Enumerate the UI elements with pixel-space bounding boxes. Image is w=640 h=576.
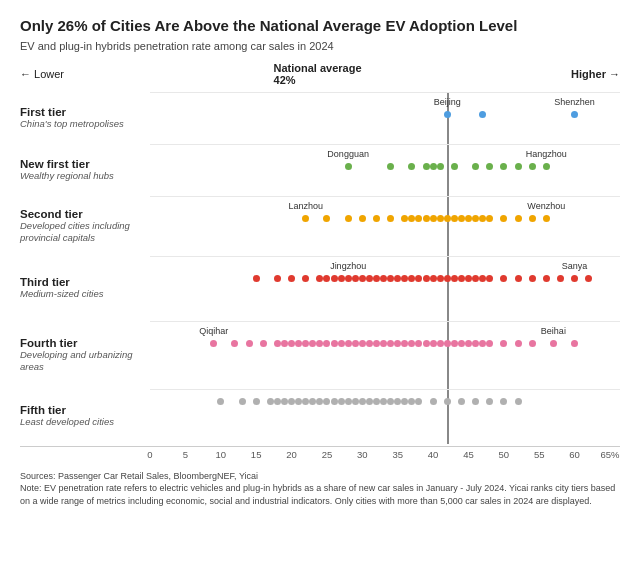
dot [472, 163, 479, 170]
direction-row: ← Lower National average 42% Higher → [20, 62, 620, 86]
dot [515, 398, 522, 405]
dot [557, 275, 564, 282]
dot [309, 398, 316, 405]
dot [515, 275, 522, 282]
dot [515, 163, 522, 170]
dot [345, 163, 352, 170]
dot [479, 215, 486, 222]
dot [345, 340, 352, 347]
city-label: Beijing [434, 97, 461, 107]
chart-wrapper: First tierChina's top metropolisesBeijin… [20, 92, 620, 444]
axis-tick: 15 [251, 449, 262, 460]
dot [288, 398, 295, 405]
dot [571, 340, 578, 347]
dot [444, 215, 451, 222]
dot [444, 111, 451, 118]
dot [331, 340, 338, 347]
dot [479, 111, 486, 118]
tier-label-5: Fifth tierLeast developed cities [20, 389, 150, 444]
dot [458, 340, 465, 347]
axis-tick: 10 [215, 449, 226, 460]
dot [359, 275, 366, 282]
axis-tick: 35 [392, 449, 403, 460]
city-label: Wenzhou [527, 201, 565, 211]
dot [345, 275, 352, 282]
dot [401, 398, 408, 405]
dot [465, 275, 472, 282]
city-label: Lanzhou [288, 201, 323, 211]
dot [345, 215, 352, 222]
city-label: Jingzhou [330, 261, 366, 271]
tier-3: Third tierMedium-sized citiesJingzhouSan… [20, 256, 620, 321]
dot [316, 398, 323, 405]
dot [281, 340, 288, 347]
tier-name: First tier [20, 106, 142, 118]
dot [253, 275, 260, 282]
dot [387, 163, 394, 170]
city-label: Shenzhen [554, 97, 595, 107]
tier-plot-4: QiqiharBeihai [150, 321, 620, 389]
dot [415, 275, 422, 282]
axis-tick: 20 [286, 449, 297, 460]
dot [260, 340, 267, 347]
dot [437, 163, 444, 170]
dot [529, 163, 536, 170]
dot [430, 340, 437, 347]
dot [380, 340, 387, 347]
sources-text: Sources: Passenger Car Retail Sales, Blo… [20, 470, 620, 508]
dot [472, 275, 479, 282]
tier-desc: China's top metropolises [20, 118, 142, 129]
dot [352, 275, 359, 282]
dot [437, 215, 444, 222]
dot [444, 340, 451, 347]
dot [387, 275, 394, 282]
dot [366, 398, 373, 405]
tier-5: Fifth tierLeast developed cities [20, 389, 620, 444]
dot [500, 163, 507, 170]
dot [345, 398, 352, 405]
dot [323, 215, 330, 222]
tier-2: Second tierDeveloped cities including pr… [20, 196, 620, 256]
tier-plot-2: LanzhouWenzhou [150, 196, 620, 256]
tier-plot-3: JingzhouSanya [150, 256, 620, 321]
axis-tick: 45 [463, 449, 474, 460]
axis-tick: 60 [569, 449, 580, 460]
dot [486, 215, 493, 222]
dot [515, 215, 522, 222]
dot [529, 275, 536, 282]
tier-desc: Developed cities including provincial ca… [20, 220, 142, 243]
dot [486, 163, 493, 170]
dot [486, 340, 493, 347]
axis-tick: 30 [357, 449, 368, 460]
tier-label-1: New first tierWealthy regional hubs [20, 144, 150, 196]
tier-name: Fourth tier [20, 337, 142, 349]
dot [387, 340, 394, 347]
city-label: Beihai [541, 326, 566, 336]
dot [515, 340, 522, 347]
dot [444, 275, 451, 282]
tier-name: Third tier [20, 276, 142, 288]
city-label: Hangzhou [526, 149, 567, 159]
dot [423, 340, 430, 347]
dot [423, 275, 430, 282]
dot [331, 275, 338, 282]
dot [585, 275, 592, 282]
dot [366, 275, 373, 282]
dot [571, 111, 578, 118]
axis-tick: 50 [499, 449, 510, 460]
dot [338, 340, 345, 347]
dot [500, 275, 507, 282]
dot [394, 275, 401, 282]
dot [430, 398, 437, 405]
tier-0: First tierChina's top metropolisesBeijin… [20, 92, 620, 144]
tier-plot-0: BeijingShenzhen [150, 92, 620, 144]
dot [451, 215, 458, 222]
dot [373, 398, 380, 405]
axis-tick: 65% [600, 449, 619, 460]
dot [373, 215, 380, 222]
dot [472, 398, 479, 405]
dot [500, 215, 507, 222]
dot [387, 215, 394, 222]
axis-tick: 5 [183, 449, 188, 460]
dot [295, 398, 302, 405]
